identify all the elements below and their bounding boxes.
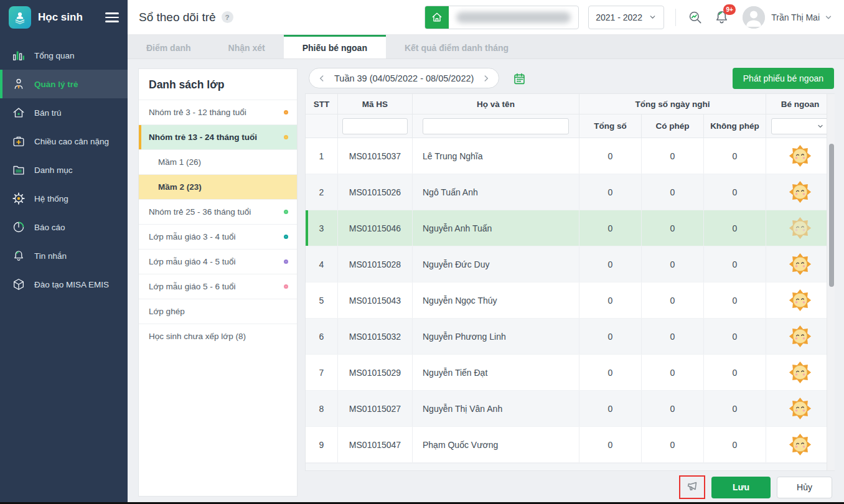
bell-icon	[11, 248, 26, 263]
cell-badge[interactable]	[766, 138, 834, 174]
cell-code: MS01015026	[338, 174, 413, 210]
table-row[interactable]: 6 MS01015032 Nguyễn Phương Linh 0 0 0	[306, 319, 834, 355]
cell-unexcused: 0	[704, 282, 766, 318]
footer-actions: Lưu Hủy	[679, 475, 832, 499]
sidebar-item-chieu-cao-can-nang[interactable]: Chiều cao cân nặng	[0, 127, 128, 156]
school-year-select[interactable]: 2021 - 2022	[588, 6, 664, 29]
sidebar-item-danh-muc[interactable]: Danh mục	[0, 156, 128, 184]
week-label: Tuần 39 (04/05/2022 - 08/05/2022)	[334, 73, 474, 83]
class-label: Nhóm trẻ 3 - 12 tháng tuổi	[149, 108, 246, 117]
cell-total: 0	[579, 427, 642, 462]
calendar-icon[interactable]	[512, 72, 526, 85]
tab-nhan-xet[interactable]: Nhận xét	[210, 35, 284, 58]
name-filter-input[interactable]	[423, 118, 569, 134]
cell-badge[interactable]	[766, 282, 834, 318]
avatar[interactable]	[743, 6, 765, 29]
sidebar-item-bao-cao[interactable]: Báo cáo	[0, 213, 128, 241]
class-list-item[interactable]: Nhóm trẻ 3 - 12 tháng tuổi	[139, 100, 297, 124]
user-menu-chevron-icon[interactable]	[824, 13, 833, 22]
table-row[interactable]: 5 MS01015043 Nguyễn Ngọc Thúy 0 0 0	[306, 282, 834, 319]
week-prev-icon[interactable]	[317, 74, 326, 83]
week-next-icon[interactable]	[482, 74, 490, 83]
sidebar-item-label: Đào tạo MISA EMIS	[34, 280, 109, 289]
notifications-button[interactable]: 9+	[713, 9, 730, 26]
code-filter-input[interactable]	[342, 118, 408, 134]
cell-badge[interactable]	[766, 391, 834, 426]
cell-total: 0	[579, 391, 642, 426]
megaphone-button[interactable]	[679, 475, 705, 499]
save-button[interactable]: Lưu	[711, 477, 771, 498]
first-aid-icon	[11, 134, 26, 149]
sidebar-item-he-thong[interactable]: Hệ thống	[0, 184, 128, 213]
class-label: Nhóm trẻ 13 - 24 tháng tuổi	[149, 133, 257, 142]
search-trend-icon[interactable]	[686, 8, 705, 27]
class-list-item[interactable]: Mầm 1 (26)	[139, 149, 297, 174]
class-list-item[interactable]: Nhóm trẻ 25 - 36 tháng tuổi	[139, 199, 297, 224]
week-navigator[interactable]: Tuần 39 (04/05/2022 - 08/05/2022)	[309, 68, 499, 88]
sidebar: Học sinh Tổng quan	[0, 0, 128, 504]
class-list-item[interactable]: Mầm 2 (23)	[139, 174, 297, 199]
hamburger-menu-icon[interactable]	[105, 10, 119, 25]
cell-badge[interactable]	[766, 210, 834, 246]
sidebar-menu: Tổng quan Quản lý trẻ	[0, 35, 128, 299]
table-row[interactable]: 1 MS01015037 Lê Trung Nghĩa 0 0 0	[306, 138, 834, 174]
sidebar-item-tong-quan[interactable]: Tổng quan	[0, 41, 128, 70]
tab-phieu-be-ngoan[interactable]: Phiếu bé ngoan	[284, 35, 386, 58]
cell-badge[interactable]	[766, 246, 834, 282]
user-name[interactable]: Trần Thị Mai	[771, 12, 820, 22]
table-row[interactable]: 2 MS01015026 Ngô Tuấn Anh 0 0 0	[306, 174, 834, 210]
tab-ket-qua-diem-danh-thang[interactable]: Kết quả điểm danh tháng	[386, 35, 527, 58]
cell-unexcused: 0	[704, 246, 766, 282]
table-header-row: STT Mã HS Họ và tên Tổng số ngày nghỉ Bé…	[306, 94, 834, 114]
school-home-icon[interactable]	[425, 6, 449, 29]
cell-badge[interactable]	[766, 427, 834, 462]
table-row[interactable]: 9 MS01015047 Phạm Quốc Vương 0 0 0	[306, 427, 834, 463]
class-label: Học sinh chưa xếp lớp (8)	[149, 332, 246, 341]
sidebar-item-quan-ly-tre[interactable]: Quản lý trẻ	[0, 70, 128, 98]
sidebar-item-dao-tao[interactable]: Đào tạo MISA EMIS	[0, 270, 128, 299]
sidebar-item-tin-nhan[interactable]: Tin nhắn	[0, 241, 128, 270]
table-row[interactable]: 3 MS01015046 Nguyễn Anh Tuấn 0 0 0	[306, 210, 834, 246]
cell-total: 0	[579, 319, 642, 354]
class-label: Lớp mẫu giáo 3 - 4 tuổi	[149, 232, 235, 241]
cell-name: Nguyễn Đức Duy	[413, 246, 579, 282]
cell-name: Nguyễn Tiến Đạt	[413, 355, 579, 390]
cell-badge[interactable]	[766, 319, 834, 354]
class-list-item[interactable]: Lớp mẫu giáo 4 - 5 tuổi	[139, 249, 297, 274]
cell-stt: 6	[306, 319, 338, 354]
table-scrollbar[interactable]	[827, 94, 835, 470]
good-child-sun-icon	[789, 397, 812, 420]
bar-chart-icon	[11, 48, 26, 63]
sidebar-item-label: Chiều cao cân nặng	[34, 137, 109, 146]
cell-total: 0	[579, 246, 642, 282]
class-label: Mầm 2 (23)	[158, 182, 202, 192]
sidebar-item-ban-tru[interactable]: Bán trú	[0, 98, 128, 127]
scrollbar-thumb[interactable]	[829, 144, 834, 287]
table-row[interactable]: 4 MS01015028 Nguyễn Đức Duy 0 0 0	[306, 246, 834, 282]
class-list-item[interactable]: Lớp ghép	[139, 299, 297, 324]
school-name-redacted	[456, 12, 571, 23]
table-row[interactable]: 7 MS01015029 Nguyễn Tiến Đạt 0 0 0	[306, 355, 834, 391]
col-header-absence-group: Tổng số ngày nghỉ	[579, 94, 766, 114]
issue-certificate-button[interactable]: Phát phiếu bé ngoan	[733, 68, 834, 89]
help-icon[interactable]: ?	[222, 11, 233, 23]
table-row[interactable]: 8 MS01015027 Nguyễn Thị Vân Anh 0 0 0	[306, 391, 834, 427]
cell-badge[interactable]	[766, 355, 834, 390]
col-header-name: Họ và tên	[413, 94, 579, 114]
cell-code: MS01015028	[338, 246, 413, 282]
cancel-button[interactable]: Hủy	[777, 477, 832, 498]
cell-badge[interactable]	[766, 174, 834, 210]
cell-excused: 0	[642, 355, 704, 390]
class-list-item[interactable]: Lớp mẫu giáo 3 - 4 tuổi	[139, 224, 297, 249]
folder-icon	[11, 162, 26, 177]
tab-diem-danh[interactable]: Điểm danh	[128, 35, 210, 58]
class-list-item[interactable]: Nhóm trẻ 13 - 24 tháng tuổi	[139, 124, 297, 149]
school-year-value: 2021 - 2022	[596, 12, 642, 22]
cell-stt: 8	[306, 391, 338, 426]
class-list-item[interactable]: Lớp mẫu giáo 5 - 6 tuổi	[139, 274, 297, 299]
cell-unexcused: 0	[704, 138, 766, 174]
class-list-item[interactable]: Học sinh chưa xếp lớp (8)	[139, 324, 297, 348]
badge-filter-select[interactable]	[771, 118, 830, 134]
class-label: Nhóm trẻ 25 - 36 tháng tuổi	[149, 207, 251, 217]
school-selector[interactable]	[424, 6, 579, 29]
